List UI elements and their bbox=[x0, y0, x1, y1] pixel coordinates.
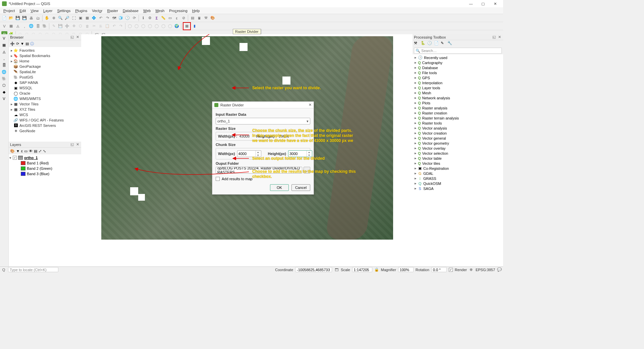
layout-icon[interactable]: 🖶 bbox=[28, 15, 34, 21]
chunk-width-field[interactable] bbox=[237, 152, 256, 156]
add-wfs-icon[interactable]: 🗄 bbox=[35, 23, 41, 29]
history-icon[interactable]: 🕓 bbox=[427, 41, 433, 46]
processing-group[interactable]: ▸QGPS bbox=[413, 75, 503, 80]
vbtn-4[interactable]: , bbox=[1, 56, 7, 61]
menu-web[interactable]: Web bbox=[141, 8, 153, 13]
browser-undock-icon[interactable]: ◱ bbox=[70, 35, 74, 40]
minimize-button[interactable]: — bbox=[465, 0, 477, 7]
browser-item-geopackage[interactable]: 📦GeoPackage bbox=[9, 64, 81, 69]
field-calc-icon[interactable]: 🖩 bbox=[196, 15, 202, 21]
plugin-blue-icon[interactable]: ▮ bbox=[192, 23, 198, 29]
results-icon[interactable]: 📄 bbox=[434, 41, 439, 46]
processing-group[interactable]: ▸QRaster analysis bbox=[413, 105, 503, 110]
raster-divider-button[interactable]: ▦ bbox=[184, 23, 190, 29]
layers-style-icon[interactable]: 🎨 bbox=[10, 149, 15, 153]
script-icon[interactable]: 🐍 bbox=[421, 41, 426, 46]
input-raster-combo[interactable]: ortho_1 ▾ bbox=[216, 118, 310, 124]
zoom-selection-icon[interactable]: ▣ bbox=[77, 15, 84, 21]
browser-item-wms[interactable]: 🌐WMS/WMTS bbox=[9, 96, 81, 101]
browser-close-icon[interactable]: ✕ bbox=[75, 35, 80, 40]
menu-edit[interactable]: Edit bbox=[17, 8, 28, 13]
menu-database[interactable]: Database bbox=[121, 8, 141, 13]
redo-icon[interactable]: ↷ bbox=[118, 23, 124, 29]
tool-d-icon[interactable]: ◯ bbox=[147, 23, 153, 29]
browser-add-icon[interactable]: ➕ bbox=[10, 42, 15, 46]
add-postgis-icon[interactable]: 🐘 bbox=[42, 23, 48, 29]
dialog-close-icon[interactable]: ✕ bbox=[309, 103, 312, 107]
tool-a-icon[interactable]: ◯ bbox=[127, 23, 133, 29]
processing-group[interactable]: ▸QFile tools bbox=[413, 70, 503, 75]
rotation-value[interactable]: 0.0 ° bbox=[431, 267, 447, 272]
layout-manager-icon[interactable]: 🗂 bbox=[35, 15, 41, 21]
save-as-icon[interactable]: 💾 bbox=[21, 15, 28, 21]
browse-button[interactable]: … bbox=[304, 167, 310, 173]
select-icon[interactable]: ▭ bbox=[167, 15, 173, 21]
layers-close-icon[interactable]: ✕ bbox=[75, 142, 80, 147]
browser-tree[interactable]: ▸⭐Favorites▸🔖Spatial Bookmarks▸🏠Home 📦Ge… bbox=[9, 47, 81, 142]
add-vector-icon[interactable]: V bbox=[1, 23, 7, 29]
paste-icon[interactable]: 📋 bbox=[104, 23, 110, 29]
pan-icon[interactable]: ✋ bbox=[44, 15, 50, 21]
processing-group[interactable]: ▸QQuickOSM bbox=[413, 181, 503, 186]
pan-selection-icon[interactable]: ⊕ bbox=[51, 15, 57, 21]
add-results-checkbox[interactable] bbox=[216, 177, 220, 181]
refresh-icon[interactable]: ⟳ bbox=[131, 15, 137, 21]
browser-item-saphana[interactable]: ◆SAP HANA bbox=[9, 80, 81, 85]
vbtn-10[interactable]: V bbox=[1, 96, 7, 101]
processing-group[interactable]: ▸QMesh bbox=[413, 90, 503, 95]
open-project-icon[interactable]: 📂 bbox=[8, 15, 14, 21]
processing-group[interactable]: ▸QNetwork analysis bbox=[413, 95, 503, 100]
messages-icon[interactable]: 💬 bbox=[497, 267, 502, 272]
processing-tree[interactable]: ▸🕓Recently used▸QCartography▸QDatabase▸Q… bbox=[413, 54, 503, 266]
add-mesh-icon[interactable]: ◬ bbox=[15, 23, 21, 29]
save-icon[interactable]: 💾 bbox=[15, 15, 21, 21]
browser-item-wcs[interactable]: ☁WCS bbox=[9, 112, 81, 117]
vbtn-7[interactable]: 🐘 bbox=[1, 76, 7, 81]
spin-up-icon[interactable]: ▲ bbox=[256, 151, 260, 154]
layers-expr-icon[interactable]: ε bbox=[21, 149, 23, 153]
browser-item-star[interactable]: ▸⭐Favorites bbox=[9, 48, 81, 53]
tool-e-icon[interactable]: ◯ bbox=[154, 23, 160, 29]
deselect-icon[interactable]: ⊘ bbox=[180, 15, 186, 21]
node-tool-icon[interactable]: ⬡ bbox=[77, 23, 84, 29]
zoom-full-icon[interactable]: ⛶ bbox=[71, 15, 77, 21]
processing-close-icon[interactable]: ✕ bbox=[497, 35, 502, 40]
layers-collapse-icon[interactable]: ⤡ bbox=[43, 149, 46, 153]
layers-undock-icon[interactable]: ◱ bbox=[70, 142, 74, 147]
browser-item-bookmark[interactable]: ▸🔖Spatial Bookmarks bbox=[9, 53, 81, 58]
browser-item-oracle[interactable]: ◯Oracle bbox=[9, 91, 81, 96]
spin-down-icon[interactable]: ▼ bbox=[256, 154, 260, 157]
delete-icon[interactable]: 🗑 bbox=[84, 23, 90, 29]
zoom-native-icon[interactable]: 💠 bbox=[91, 15, 97, 21]
undo-icon[interactable]: ↶ bbox=[111, 23, 117, 29]
copy-icon[interactable]: ⎘ bbox=[98, 23, 104, 29]
menu-processing[interactable]: Processing bbox=[167, 8, 189, 13]
spin-down-icon[interactable]: ▼ bbox=[307, 154, 311, 157]
output-folder-field[interactable]: op/BLOG POSTS 2022/4. Raster Divider/DIV… bbox=[216, 167, 302, 173]
vbtn-9[interactable]: ◆ bbox=[1, 89, 7, 95]
browser-item-wfs[interactable]: 🔗WFS / OGC API - Features bbox=[9, 117, 81, 123]
crs-value[interactable]: EPSG:3857 bbox=[476, 268, 495, 272]
move-feature-icon[interactable]: ✥ bbox=[71, 23, 77, 29]
browser-props-icon[interactable]: ⓘ bbox=[30, 41, 34, 46]
vbtn-1[interactable]: V bbox=[1, 36, 7, 41]
browser-item-geonode[interactable]: ✳GeoNode bbox=[9, 128, 81, 134]
browser-filter-icon[interactable]: ▼ bbox=[20, 42, 24, 46]
processing-group[interactable]: ▸GGDAL bbox=[413, 171, 503, 176]
browser-item-vectortiles[interactable]: ▸▦Vector Tiles bbox=[9, 101, 81, 107]
new-3d-view-icon[interactable]: 🧊 bbox=[118, 15, 124, 21]
processing-group[interactable]: ▸QVector analysis bbox=[413, 126, 503, 131]
menu-view[interactable]: View bbox=[29, 8, 41, 13]
identify-icon[interactable]: ℹ bbox=[140, 15, 146, 21]
lock-icon[interactable]: 🔒 bbox=[374, 267, 379, 272]
spin-up-icon[interactable]: ▲ bbox=[307, 151, 311, 154]
processing-group[interactable]: ▸QVector tiles bbox=[413, 161, 503, 166]
layer-band[interactable]: Band 2 (Green) bbox=[9, 166, 81, 171]
processing-group[interactable]: ▸QVector geometry bbox=[413, 141, 503, 146]
measure-icon[interactable]: 📏 bbox=[160, 15, 166, 21]
extents-icon[interactable]: 🗔 bbox=[334, 267, 339, 272]
layers-tree[interactable]: ▾ ortho_1 Band 1 (Red)Band 2 (Green)Band… bbox=[9, 154, 81, 266]
browser-item-mssql[interactable]: ▣MSSQL bbox=[9, 85, 81, 91]
zoom-next-icon[interactable]: ↷ bbox=[104, 15, 110, 21]
zoom-in-icon[interactable]: 🔍 bbox=[57, 15, 63, 21]
